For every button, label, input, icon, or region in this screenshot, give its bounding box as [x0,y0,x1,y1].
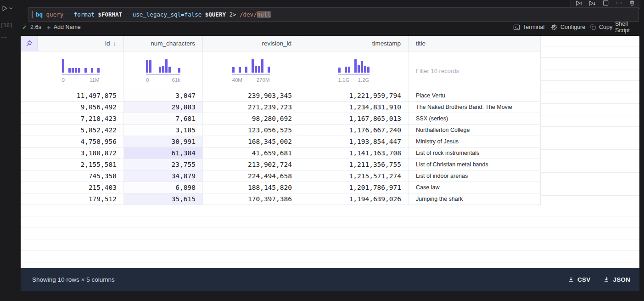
cell-revision_id[interactable]: 98,280,692 [203,113,299,125]
cell-title[interactable]: Place Vertu [409,90,540,102]
histogram-bar [75,68,77,73]
terminal-button[interactable]: Terminal [513,21,544,33]
cell-id[interactable]: 11,497,875 [38,90,124,102]
histogram-bar [255,66,257,73]
cell-num_characters[interactable]: 30,991 [124,136,203,148]
cell-id[interactable]: 2,155,581 [38,159,124,170]
results-table: id ↓ num_characters revision_id timestam… [21,36,639,268]
cell-num_characters[interactable]: 3,047 [124,90,203,102]
histogram-bar [252,59,254,73]
cell-timestamp[interactable]: 1,194,639,026 [299,193,409,205]
copy-button[interactable]: Copy [590,21,612,33]
histogram-bar [91,68,93,73]
column-header-timestamp[interactable]: timestamp [299,36,409,51]
column-header-id[interactable]: id ↓ [38,36,124,51]
cell-num_characters[interactable]: 6,898 [124,182,203,193]
cell-timestamp[interactable]: 1,167,865,013 [299,113,409,125]
column-header-title[interactable]: title [409,36,540,51]
cell-id[interactable]: 7,218,423 [38,113,124,125]
cell-timestamp[interactable]: 1,215,571,274 [299,170,409,182]
cell-title[interactable]: SSX (series) [409,113,540,125]
cell-revision_id[interactable]: 239,903,345 [203,90,299,102]
cell-title[interactable]: List of indoor arenas [409,170,540,182]
cell-id[interactable]: 3,180,872 [38,148,124,159]
cell-timestamp[interactable]: 1,221,959,794 [299,90,409,102]
cell-id[interactable]: 4,758,956 [38,136,124,148]
cell-id[interactable]: 5,852,422 [38,125,124,136]
cell-revision_id[interactable]: 224,494,658 [203,170,299,182]
cell-revision_id[interactable]: 170,397,386 [203,193,299,205]
histogram-bars [62,59,100,73]
row-spacer-cell [21,102,38,113]
axis-tick-label: 61k [172,77,180,83]
cell-timestamp[interactable]: 1,176,667,240 [299,125,409,136]
add-name-button[interactable]: + Add Name [47,21,81,33]
axis-tick-label: 40M [232,77,242,83]
cell-num_characters[interactable]: 61,384 [124,148,203,159]
pin-column-button[interactable] [21,36,38,51]
download-icon [568,276,574,283]
cell-timestamp[interactable]: 1,193,854,447 [299,136,409,148]
axis-tick-label: 0 [62,77,65,83]
histogram-timestamp[interactable]: 1.1G1.2G [299,51,409,90]
cell-revision_id[interactable]: 188,145,820 [203,182,299,193]
cell-num_characters[interactable]: 34,879 [124,170,203,182]
download-csv-button[interactable]: CSV [568,276,590,283]
cell-title[interactable]: List of rock instrumentals [409,148,540,159]
cell-num_characters[interactable]: 35,615 [124,193,203,205]
cell-revision_id[interactable]: 41,659,681 [203,148,299,159]
execute-above-icon[interactable] [575,0,582,7]
code-editor[interactable]: bq query --format $FORMAT --use_legacy_s… [28,7,639,22]
filter-records-input[interactable]: Filter 10 records [409,51,540,90]
column-header-num-characters[interactable]: num_characters [124,36,203,51]
cell-title[interactable]: Ministry of Jesus [409,136,540,148]
cell-num_characters[interactable]: 23,755 [124,159,203,170]
cell-id[interactable]: 179,512 [38,193,124,205]
cell-timestamp[interactable]: 1,141,163,708 [299,148,409,159]
delete-cell-icon[interactable] [628,0,636,7]
cell-revision_id[interactable]: 213,902,724 [203,159,299,170]
histogram-id[interactable]: 011M [38,51,124,90]
cell-title[interactable]: List of Christian metal bands [409,159,540,170]
split-cell-icon[interactable] [602,0,609,7]
histogram-bar [168,67,171,73]
download-json-button[interactable]: JSON [603,276,630,283]
histogram-axis [146,74,180,75]
pin-icon [25,40,33,47]
cell-num_characters[interactable]: 3,185 [124,125,203,136]
gridline [541,172,639,173]
cell-num_characters[interactable]: 7,681 [124,113,203,125]
histogram-revision-id[interactable]: 40M270M [203,51,299,90]
cell-timestamp[interactable]: 1,234,831,910 [299,102,409,113]
histogram-num-characters[interactable]: 061k [124,51,203,90]
column-header-revision-id[interactable]: revision_id [203,36,299,51]
terminal-icon [513,24,520,31]
cell-title[interactable]: The Naked Brothers Band: The Movie [409,102,540,113]
histogram-bar [162,66,164,73]
histogram-bar [84,68,87,73]
configure-button[interactable]: Configure [551,21,585,33]
cell-revision_id[interactable]: 123,056,525 [203,125,299,136]
cell-id[interactable]: 215,403 [38,182,124,193]
cell-title[interactable]: Case law [409,182,540,193]
more-actions-icon[interactable] [615,0,622,7]
execute-below-icon[interactable] [588,0,596,7]
histogram-axis-labels: 1.1G1.2G [338,77,370,83]
run-cell-button[interactable] [1,4,17,13]
code-token: --format [67,11,98,18]
cell-title[interactable]: Northallerton College [409,125,540,136]
cell-id[interactable]: 745,358 [38,170,124,182]
cell-timestamp[interactable]: 1,211,356,755 [299,159,409,170]
cell-revision_id[interactable]: 271,239,723 [203,102,299,113]
cell-num_characters[interactable]: 29,883 [124,102,203,113]
shell-script-label[interactable]: Shell Script [615,21,644,33]
gutter-more-icon[interactable]: ⋯ [1,34,7,41]
histogram-bar [78,68,80,73]
cell-id[interactable]: 9,056,492 [38,102,124,113]
histogram-bar [345,67,347,73]
cell-title[interactable]: Jumping the shark [409,193,540,205]
code-token: null [257,11,271,18]
cell-timestamp[interactable]: 1,201,786,971 [299,182,409,193]
cell-revision_id[interactable]: 168,345,002 [203,136,299,148]
code-line: bq query --format $FORMAT --use_legacy_s… [36,8,271,21]
